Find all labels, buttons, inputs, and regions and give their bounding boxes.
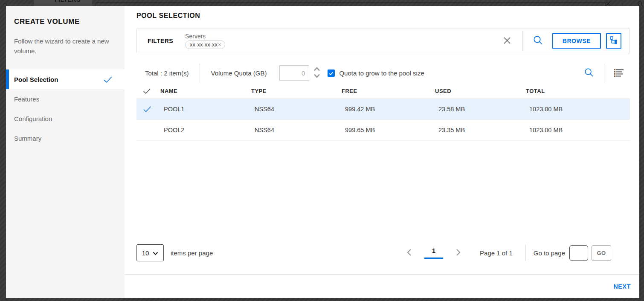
cell-used: 23.58 MB (435, 106, 526, 113)
pools-table: NAME TYPE FREE USED TOTAL POOL1 NSS64 99… (136, 83, 630, 141)
page-title: POOL SELECTION (136, 12, 630, 20)
volume-quota-label: Volume Quota (GB) (211, 69, 267, 77)
create-volume-dialog: CREATE VOLUME Follow the wizard to creat… (6, 6, 639, 298)
wizard-description: Follow the wizard to create a new volume… (14, 37, 113, 56)
step-label: Features (14, 96, 39, 103)
page-size-select[interactable]: 10 (136, 244, 164, 261)
items-per-page-label: items per page (171, 249, 213, 257)
column-header-free[interactable]: FREE (342, 88, 435, 94)
go-to-page-input[interactable] (569, 245, 588, 261)
tree-icon (609, 36, 618, 46)
cell-total: 1023.00 MB (526, 106, 630, 113)
check-icon (329, 69, 334, 77)
check-icon (103, 76, 113, 83)
dialog-footer: NEXT (125, 274, 639, 298)
table-search-button[interactable] (584, 68, 594, 78)
pager-divider (525, 245, 526, 261)
total-items-label: Total : 2 item(s) (145, 69, 189, 77)
wizard-main-panel: POOL SELECTION FILTERS Servers xx-xx-xx-… (125, 6, 639, 298)
filter-bar: FILTERS Servers xx-xx-xx-xx × (136, 29, 630, 53)
table-header-row: NAME TYPE FREE USED TOTAL (136, 83, 630, 99)
content-spacer (136, 141, 630, 244)
page-size-value: 10 (142, 249, 149, 257)
current-page-underline (424, 258, 443, 259)
cell-type: NSS64 (251, 127, 342, 133)
close-icon (503, 36, 511, 46)
quota-grow-label: Quota to grow to the pool size (339, 69, 424, 77)
clear-filters-button[interactable] (503, 36, 511, 46)
dialog-title: CREATE VOLUME (14, 17, 116, 26)
filter-divider (522, 31, 523, 51)
pager: 1 Page 1 of 1 Go to page GO (404, 245, 630, 261)
step-pool-selection[interactable]: Pool Selection (6, 69, 125, 89)
cell-name: POOL2 (160, 127, 251, 133)
pool-selection-content: POOL SELECTION FILTERS Servers xx-xx-xx-… (125, 6, 639, 274)
chip-label: xx-xx-xx-xx (190, 41, 218, 48)
chevron-down-icon (153, 249, 158, 257)
search-icon (584, 68, 594, 78)
table-row-pool1[interactable]: POOL1 NSS64 999.42 MB 23.58 MB 1023.00 M… (136, 99, 630, 120)
step-summary[interactable]: Summary (6, 128, 125, 148)
row-selected-check-icon[interactable] (136, 106, 160, 113)
wizard-steps: Pool Selection Features Configuration Su… (6, 69, 125, 148)
go-button[interactable]: GO (592, 245, 611, 261)
step-label: Pool Selection (14, 76, 58, 83)
page-info-label: Page 1 of 1 (480, 249, 513, 257)
quota-grow-checkbox[interactable] (328, 69, 335, 77)
next-page-button[interactable] (453, 247, 464, 259)
column-header-name[interactable]: NAME (160, 88, 251, 94)
step-label: Configuration (14, 115, 52, 122)
current-page-indicator[interactable]: 1 (424, 247, 443, 259)
volume-quota-input[interactable] (279, 65, 309, 81)
browse-button[interactable]: BROWSE (552, 33, 601, 49)
tree-view-button[interactable] (606, 33, 621, 49)
cell-name: POOL1 (160, 106, 251, 113)
chevron-up-icon (313, 67, 321, 73)
table-toolbar: Total : 2 item(s) Volume Quota (GB) (136, 63, 630, 83)
step-label: Summary (14, 135, 41, 142)
cell-total: 1023.00 MB (526, 127, 630, 133)
column-header-used[interactable]: USED (435, 88, 526, 94)
pagination-bar: 10 items per page 1 (136, 244, 630, 261)
table-row-pool2[interactable]: POOL2 NSS64 999.65 MB 23.35 MB 1023.00 M… (136, 120, 630, 141)
filters-label: FILTERS (148, 38, 173, 44)
background-filters-bar: FILTERS (34, 0, 92, 6)
apply-filter-search-button[interactable] (533, 35, 543, 46)
cell-type: NSS64 (251, 106, 342, 113)
chevron-down-icon (313, 73, 321, 80)
chevron-left-icon (406, 249, 412, 258)
stepper-up-button[interactable] (313, 67, 321, 72)
step-configuration[interactable]: Configuration (6, 109, 125, 128)
server-filter-chip[interactable]: xx-xx-xx-xx × (185, 41, 225, 49)
wizard-sidebar: CREATE VOLUME Follow the wizard to creat… (6, 6, 125, 298)
list-view-button[interactable] (614, 68, 624, 78)
cell-free: 999.65 MB (342, 127, 435, 133)
chevron-right-icon (456, 249, 461, 258)
servers-filter-group: Servers xx-xx-xx-xx × (185, 33, 225, 49)
background-divider (623, 0, 623, 6)
chip-remove-icon[interactable]: × (218, 41, 221, 48)
list-view-icon (614, 68, 624, 78)
background-filters-label: FILTERS (55, 0, 92, 3)
column-header-type[interactable]: TYPE (251, 88, 342, 94)
column-header-total[interactable]: TOTAL (526, 88, 630, 94)
go-to-page-label: Go to page (534, 249, 565, 257)
quota-stepper (313, 67, 321, 79)
select-all-check-icon[interactable] (136, 88, 160, 94)
servers-filter-label: Servers (185, 33, 225, 40)
stepper-down-button[interactable] (313, 73, 321, 79)
previous-page-button[interactable] (404, 247, 414, 259)
search-icon (533, 35, 543, 46)
next-button[interactable]: NEXT (613, 283, 631, 290)
cell-used: 23.35 MB (435, 127, 526, 133)
step-features[interactable]: Features (6, 89, 125, 109)
cell-free: 999.42 MB (342, 106, 435, 113)
current-page-number: 1 (424, 247, 443, 254)
toolbar-divider (200, 64, 200, 82)
toolbar-divider (604, 64, 604, 82)
